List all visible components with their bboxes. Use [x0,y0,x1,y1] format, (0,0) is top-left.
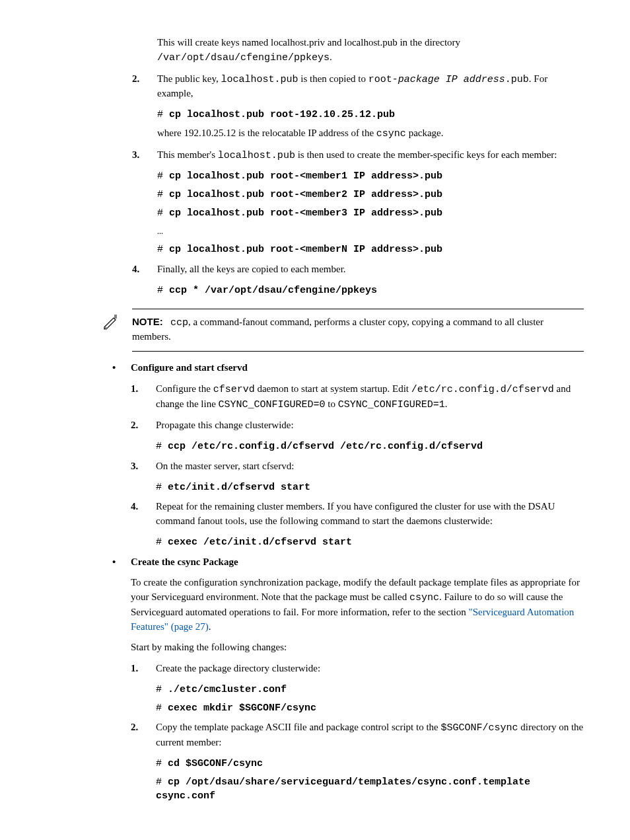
i3-a: This member's [157,149,218,160]
b1-item3: 3. On the master server, start cfservd: … [131,459,584,495]
b1i4-cp: # [156,537,168,548]
b1-item2: 2. Propagate this change clusterwide: # … [131,418,584,454]
i2-f: .pub [505,74,529,85]
b2-m1: 1. [131,662,138,676]
note-rule-top [132,309,584,309]
b1i1-a: Configure the [156,383,213,394]
marker-3: 3. [132,148,139,163]
b2-item1: 1. Create the package directory clusterw… [131,662,584,715]
step1-continuation: This will create keys named localhost.pr… [132,36,584,65]
note-label: NOTE: [132,316,163,327]
step1-text-c: . [330,52,332,62]
b2i1-c2p: # [156,703,168,714]
i3-c: is then used to create the member-specif… [295,149,557,160]
b1i2-c: ccp /etc/rc.config.d/cfservd /etc/rc.con… [168,441,483,452]
i3-c2: cp localhost.pub root-<member2 IP addres… [169,189,442,200]
b2i1-c2: cexec mkdir $SGCONF/csync [168,703,316,714]
i2-c: is then copied to [298,73,368,84]
bullet-create-csync: • Create the csync Package To create the… [112,555,584,804]
step1-text-a: This will create keys named localhost.pr… [157,37,460,48]
b2i2-b: $SGCONF/csync [441,722,518,734]
b1i1-b: cfservd [213,384,255,395]
i4-code-prefix: # [157,285,169,296]
b1i2-cp: # [156,441,168,452]
b1-m3: 3. [131,459,138,474]
b1-m1: 1. [131,382,138,397]
i2-code-prefix: # [157,109,169,120]
b2i1-c1: ./etc/cmcluster.conf [168,684,287,695]
b1i4-text: Repeat for the remaining cluster members… [156,500,584,529]
note-a: ccp [170,317,188,328]
i2-code: cp localhost.pub root-192.10.25.12.pub [169,109,395,120]
b1-m2: 2. [131,418,138,433]
note-pencil-icon [102,314,120,331]
list-item-3: 3. This member's localhost.pub is then u… [132,148,584,258]
i3-c3: cp localhost.pub root-<member3 IP addres… [169,208,442,219]
b1i3-text: On the master server, start cfservd: [156,459,584,474]
b2i2-c2: cp /opt/dsau/share/serviceguard/template… [156,777,536,802]
marker-4: 4. [132,262,139,277]
i2-d: root- [368,74,398,85]
bullet-marker-1: • [112,361,116,375]
i2-e: package IP address [398,74,505,85]
step1-text-b: /var/opt/dsau/cfengine/ppkeys [157,52,330,63]
bullet2-title: Create the csync Package [131,555,584,570]
bullet-configure-cfservd: • Configure and start cfservd 1. Configu… [112,361,584,550]
i3-b: localhost.pub [218,150,295,161]
b2-item2: 2. Copy the template package ASCII file … [131,720,584,804]
bullet-marker-2: • [112,555,116,570]
i4-text: Finally, all the keys are copied to each… [157,262,584,277]
b2-m2: 2. [131,720,138,735]
note-box: NOTE: ccp, a command-fanout command, per… [102,309,584,352]
b2i2-a: Copy the template package ASCII file and… [156,722,441,732]
list-item-4: 4. Finally, all the keys are copied to e… [132,262,584,298]
b1i3-cp: # [156,482,168,493]
i3-c3-prefix: # [157,208,169,219]
i2-b: localhost.pub [221,74,298,85]
b2p1-b: csync [409,592,439,603]
b2i2-c1: cd $SGCONF/csync [168,758,263,769]
b1i1-f: CSYNC_CONFIGURED=0 [219,399,326,410]
b1-m4: 4. [131,500,138,514]
note-rule-bottom [132,351,584,352]
i3-c2-prefix: # [157,189,169,200]
b1i1-c: daemon to start at system startup. Edit [255,383,411,394]
list-item-2: 2. The public key, localhost.pub is then… [132,72,584,141]
i3-cN-prefix: # [157,244,169,255]
b2p1-d: . [209,621,211,632]
i2-after-b: csync [376,128,406,139]
b1i1-i: . [445,399,448,409]
b1i1-g: to [326,399,338,409]
i2-a: The public key, [157,73,221,84]
b1i3-c: etc/init.d/cfservd start [168,482,310,493]
note-b: , a command-fanout command, performs a c… [132,317,543,342]
i3-c1: cp localhost.pub root-<member1 IP addres… [169,171,442,182]
b1i4-c: cexec /etc/init.d/cfservd start [168,537,352,548]
b2i1-c1p: # [156,684,168,695]
b1-item4: 4. Repeat for the remaining cluster memb… [131,500,584,549]
i2-after-c: package. [406,128,444,138]
b1i1-d: /etc/rc.config.d/cfservd [411,384,554,395]
b1-item1: 1. Configure the cfservd daemon to start… [131,382,584,412]
i2-after-a: where 192.10.25.12 is the relocatable IP… [157,128,376,138]
b1i1-h: CSYNC_CONFIGURED=1 [338,399,445,410]
i3-cN: cp localhost.pub root-<memberN IP addres… [169,244,442,255]
b2i1-text: Create the package directory clusterwide… [156,662,584,676]
b1i2-text: Propagate this change clusterwide: [156,418,584,433]
b2i2-c1p: # [156,758,168,769]
b2i2-c2p: # [156,777,168,788]
b2p2: Start by making the following changes: [131,640,584,655]
i4-code: ccp * /var/opt/dsau/cfengine/ppkeys [169,285,377,296]
i3-c1-prefix: # [157,171,169,182]
i3-ellipsis: … [157,225,584,239]
marker-2: 2. [132,72,139,87]
bullet1-title: Configure and start cfservd [131,361,584,375]
